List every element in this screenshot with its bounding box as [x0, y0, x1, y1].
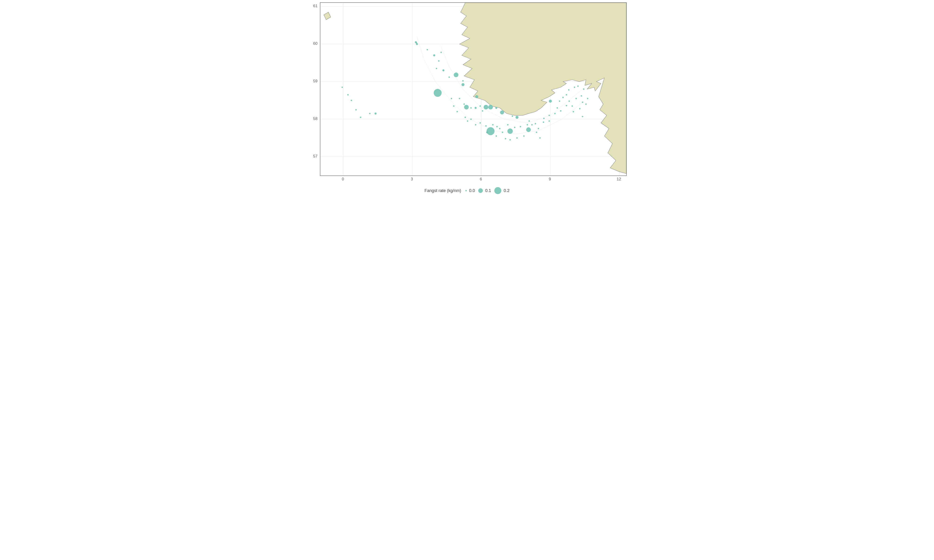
data-point — [507, 129, 513, 134]
data-point — [529, 120, 530, 122]
data-point — [496, 126, 498, 128]
data-point — [465, 117, 466, 118]
data-point — [527, 124, 528, 126]
y-tick-label: 61 — [313, 4, 317, 8]
data-point — [574, 86, 575, 88]
data-point — [470, 118, 472, 120]
data-point — [492, 124, 494, 126]
data-point — [475, 107, 476, 109]
data-point — [342, 86, 343, 88]
data-point — [500, 110, 504, 114]
data-point — [451, 98, 452, 99]
data-point — [562, 97, 564, 98]
legend-label: 0.2 — [504, 188, 510, 193]
legend-entry: 0.0 — [465, 188, 475, 193]
x-tick-label: 12 — [617, 177, 621, 182]
data-point — [587, 98, 589, 99]
data-point — [427, 49, 428, 51]
x-tick-label: 6 — [480, 177, 482, 182]
data-point — [487, 127, 495, 135]
data-point — [461, 83, 464, 86]
data-point — [560, 110, 561, 112]
data-point — [512, 115, 513, 117]
data-point — [572, 105, 573, 107]
data-point — [543, 118, 544, 119]
data-point — [583, 88, 584, 90]
data-point — [456, 111, 458, 112]
y-tick-label: 59 — [313, 79, 317, 83]
legend-dot-small — [465, 190, 467, 191]
data-point — [433, 54, 435, 57]
data-point — [440, 52, 442, 53]
data-point — [464, 103, 465, 105]
plot-area — [320, 2, 627, 176]
legend-dot-medium — [478, 188, 483, 193]
data-point — [568, 89, 570, 91]
legend-label: 0.0 — [469, 188, 475, 193]
data-point — [510, 139, 511, 140]
data-point — [582, 116, 583, 117]
data-point — [479, 122, 481, 124]
data-point — [416, 42, 417, 44]
y-tick-label: 57 — [313, 154, 317, 158]
data-point — [523, 135, 525, 137]
data-point — [549, 115, 550, 116]
data-point — [573, 111, 574, 112]
data-point — [434, 89, 442, 97]
data-point — [351, 100, 352, 101]
data-point — [449, 77, 450, 78]
data-point — [520, 126, 521, 128]
data-point — [539, 137, 541, 138]
legend-label: 0.1 — [485, 188, 491, 193]
data-point — [355, 109, 357, 110]
size-legend: Fangst rate (kg/nm) 0.0 0.1 0.2 — [304, 187, 630, 194]
data-point — [554, 113, 556, 114]
data-point — [495, 107, 497, 109]
data-point — [566, 94, 567, 95]
legend-dot-large — [494, 187, 501, 194]
data-point — [543, 122, 544, 123]
data-point — [485, 125, 487, 127]
data-point — [514, 127, 515, 128]
data-point — [566, 105, 567, 106]
data-point — [369, 113, 371, 114]
data-point — [464, 105, 469, 109]
data-point — [467, 120, 468, 122]
data-point — [347, 94, 348, 95]
data-point — [442, 69, 445, 71]
x-tick-label: 3 — [411, 177, 413, 182]
data-point — [375, 112, 377, 115]
data-point — [454, 72, 458, 77]
map-chart: 036912 5758596061 Fangst rate (kg/nm) 0.… — [304, 0, 630, 196]
data-point — [459, 98, 460, 99]
data-point — [559, 100, 560, 102]
data-point — [557, 107, 558, 109]
data-point — [535, 123, 536, 125]
data-point — [577, 85, 579, 87]
data-point — [453, 105, 455, 107]
legend-title: Fangst rate (kg/nm) — [424, 188, 461, 193]
data-point — [582, 102, 583, 103]
data-point — [536, 132, 537, 133]
data-point — [526, 128, 531, 132]
y-tick-label: 58 — [313, 117, 317, 121]
data-point — [479, 105, 481, 107]
data-point — [581, 95, 582, 97]
legend-entry: 0.1 — [478, 188, 491, 193]
data-point — [516, 137, 518, 138]
data-point — [488, 105, 493, 109]
y-tick-label: 60 — [313, 41, 317, 46]
data-point — [549, 100, 552, 103]
data-point — [360, 117, 361, 118]
data-point — [482, 110, 483, 112]
data-point — [436, 68, 437, 69]
data-point — [549, 120, 550, 122]
data-point — [495, 135, 497, 137]
legend-entry: 0.2 — [494, 187, 510, 194]
data-point — [569, 100, 570, 102]
data-point — [516, 116, 519, 119]
data-point — [575, 98, 577, 99]
data-point — [531, 124, 533, 126]
data-point — [470, 107, 472, 109]
data-point — [438, 60, 439, 62]
